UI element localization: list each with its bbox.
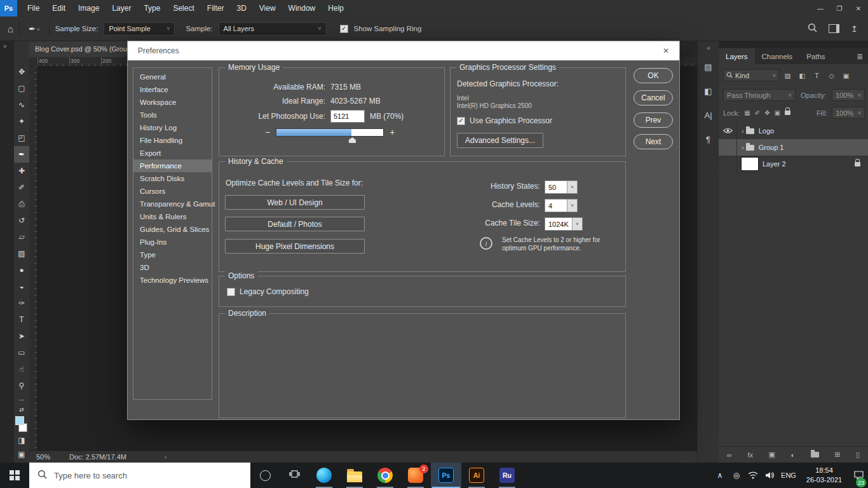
tab-paths[interactable]: Paths (799, 48, 832, 64)
color-swatches[interactable] (14, 416, 29, 433)
menu-layer[interactable]: Layer (105, 0, 137, 17)
path-selection-tool[interactable]: ➤ (14, 328, 29, 344)
minimize-button[interactable]: — (811, 0, 830, 17)
eyedropper-tool[interactable]: ✒ (14, 146, 29, 163)
pref-item-interface[interactable]: Interface (133, 83, 212, 96)
new-layer-icon[interactable]: ⊞ (834, 451, 840, 459)
menu-image[interactable]: Image (72, 0, 105, 17)
preset-huge-pixel-button[interactable]: Huge Pixel Dimensions (225, 239, 365, 254)
visibility-toggle[interactable] (719, 139, 737, 156)
show-sampling-ring-checkbox[interactable]: ✓ (340, 25, 348, 33)
taskbar-ru-icon[interactable]: Ru (492, 463, 522, 488)
lasso-tool[interactable]: ∿ (14, 97, 29, 113)
menu-window[interactable]: Window (282, 0, 322, 17)
menu-select[interactable]: Select (166, 0, 200, 17)
cache-levels-dropdown[interactable]: 4 ˅ (545, 199, 578, 212)
layer-style-icon[interactable]: fx (747, 451, 753, 459)
quick-selection-tool[interactable]: ✦ (14, 113, 29, 130)
pref-item-technology-previews[interactable]: Technology Previews (133, 274, 212, 287)
restore-button[interactable]: ❐ (830, 0, 849, 17)
zoom-level[interactable]: 50% (36, 453, 50, 461)
pref-item-scratch-disks[interactable]: Scratch Disks (133, 172, 212, 185)
slider-plus-icon[interactable]: + (390, 127, 395, 137)
filter-pixel-icon[interactable]: ▨ (782, 69, 794, 81)
workspace-switcher-icon[interactable] (829, 24, 839, 33)
pref-item-transparency-gamut[interactable]: Transparency & Gamut (133, 198, 212, 210)
pen-tool[interactable]: ✑ (14, 295, 29, 311)
rectangle-tool[interactable]: ▭ (14, 344, 29, 361)
blend-mode-dropdown[interactable]: Pass Through ˅ (723, 89, 796, 101)
menu-type[interactable]: Type (137, 0, 166, 17)
layer-name[interactable]: Logo (759, 127, 774, 135)
pref-item-performance[interactable]: Performance (133, 159, 212, 172)
adjustment-layer-icon[interactable]: ◐ (790, 451, 795, 459)
share-icon[interactable]: ↥ (851, 24, 858, 34)
layer-row-group1[interactable]: › Group 1 (719, 139, 868, 156)
sample-dropdown[interactable]: All Layers ˅ (219, 22, 327, 36)
adjustments-panel-icon[interactable]: ◧ (698, 83, 719, 99)
dialog-title-bar[interactable]: Preferences ✕ (128, 41, 679, 60)
new-group-icon[interactable] (811, 452, 819, 458)
wifi-icon[interactable] (745, 463, 761, 488)
lock-all-icon[interactable] (785, 111, 790, 115)
menu-filter[interactable]: Filter (201, 0, 231, 17)
legacy-compositing-checkbox[interactable]: ✓ (227, 288, 235, 296)
add-mask-icon[interactable]: ▣ (768, 451, 775, 459)
dodge-tool[interactable]: ◒ (14, 278, 29, 295)
prev-button[interactable]: Prev (634, 112, 673, 128)
taskbar-chrome-icon[interactable] (370, 463, 400, 488)
healing-brush-tool[interactable]: ✚ (14, 163, 29, 179)
visibility-toggle[interactable] (719, 156, 737, 172)
tray-circle-icon[interactable]: ◎ (728, 463, 745, 488)
pref-item-tools[interactable]: Tools (133, 109, 212, 121)
link-layers-icon[interactable]: ∞ (727, 451, 732, 459)
clock[interactable]: 18:54 26-03-2021 (799, 466, 849, 485)
pref-item-guides-grid-slices[interactable]: Guides, Grid & Slices (133, 223, 212, 236)
status-chevron-icon[interactable]: › (165, 454, 166, 461)
quick-mask-button[interactable]: ◨ (14, 433, 29, 447)
ok-button[interactable]: OK (634, 68, 673, 83)
marquee-tool[interactable]: ▢ (14, 80, 29, 97)
filter-adjustment-icon[interactable]: ◧ (796, 69, 808, 81)
layer-row-logo[interactable]: › Logo (719, 123, 868, 140)
panel-menu-icon[interactable]: ≣ (851, 48, 868, 64)
taskbar-photoshop-icon[interactable]: Ps (431, 463, 461, 488)
history-states-dropdown[interactable]: 50 ˅ (545, 180, 578, 194)
zoom-tool[interactable]: ⚲ (14, 377, 29, 394)
ram-slider[interactable] (276, 128, 384, 137)
document-tab[interactable]: Blog Cover.psd @ 50% (Grou (29, 41, 130, 57)
expand-chevron-icon[interactable]: › (742, 127, 744, 135)
task-view-button[interactable] (280, 463, 309, 488)
screen-mode-button[interactable]: ▣ (14, 447, 29, 461)
dialog-close-button[interactable]: ✕ (663, 46, 669, 55)
paragraph-panel-icon[interactable]: ¶ (698, 131, 719, 147)
search-input[interactable] (53, 470, 250, 481)
menu-file[interactable]: File (21, 0, 46, 17)
brush-tool[interactable]: ✐ (14, 179, 29, 196)
cortana-button[interactable] (250, 463, 280, 488)
blur-tool[interactable]: ● (14, 262, 29, 278)
lock-transparency-icon[interactable]: ▦ (744, 109, 750, 116)
taskbar-search[interactable] (29, 463, 250, 488)
filter-type-icon[interactable]: T (811, 69, 823, 81)
pref-item-units-rulers[interactable]: Units & Rulers (133, 210, 212, 223)
pref-item-general[interactable]: General (133, 71, 212, 83)
toolbar-collapse-icon[interactable]: » (3, 43, 6, 50)
start-button[interactable] (0, 463, 29, 488)
delete-layer-icon[interactable]: ▯ (856, 451, 860, 459)
pref-item-plug-ins[interactable]: Plug-Ins (133, 236, 212, 248)
advanced-settings-button[interactable]: Advanced Settings... (457, 133, 543, 148)
type-tool[interactable]: T (14, 311, 29, 328)
edit-toolbar-icon[interactable]: ⋯ (14, 394, 29, 405)
panels-expand-icon[interactable]: « (698, 41, 719, 55)
tab-channels[interactable]: Channels (755, 48, 800, 64)
layer-thumbnail[interactable] (742, 158, 758, 170)
visibility-toggle[interactable] (719, 123, 737, 139)
pref-item-3d[interactable]: 3D (133, 261, 212, 274)
pref-item-history-log[interactable]: History Log (133, 121, 212, 134)
swap-colors-icon[interactable]: ⇄ (14, 405, 29, 414)
opacity-dropdown[interactable]: 100% ˅ (832, 89, 865, 101)
sample-size-dropdown[interactable]: Point Sample ˅ (104, 22, 175, 36)
filter-shape-icon[interactable]: ◇ (825, 69, 837, 81)
preset-web-ui-button[interactable]: Web / UI Design (225, 195, 365, 210)
